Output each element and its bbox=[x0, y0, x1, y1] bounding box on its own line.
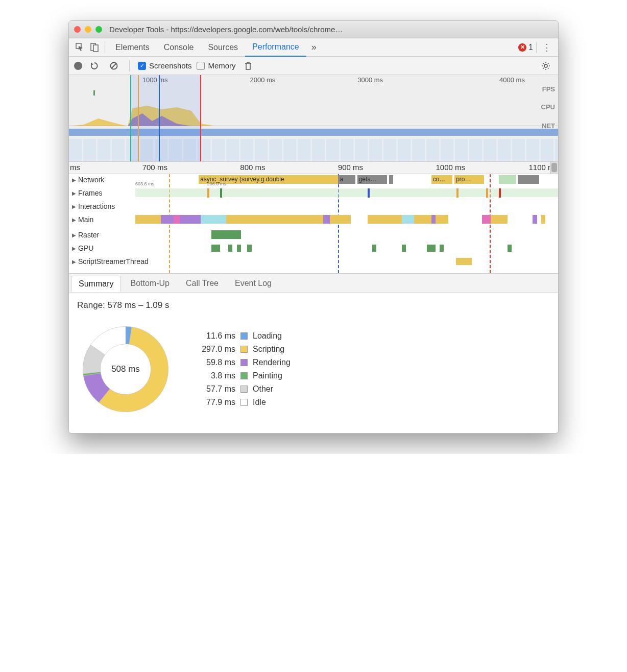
lane-interactions[interactable]: ▶Interactions bbox=[69, 201, 558, 214]
task-bar[interactable] bbox=[372, 245, 376, 252]
task-bar[interactable] bbox=[402, 215, 415, 224]
lane-gpu[interactable]: ▶GPU bbox=[69, 243, 558, 256]
task-bar[interactable] bbox=[427, 245, 436, 252]
flame-chart[interactable]: ▶Network async_survey (survey.g.doubleag… bbox=[69, 174, 558, 274]
network-bar[interactable] bbox=[389, 175, 393, 184]
task-bar[interactable] bbox=[436, 215, 448, 224]
task-bar[interactable] bbox=[201, 215, 226, 224]
svg-line-4 bbox=[111, 63, 116, 68]
titlebar: Developer Tools - https://developers.goo… bbox=[69, 21, 558, 38]
detail-ruler[interactable]: ms 700 ms 800 ms 900 ms 1000 ms 1100 m bbox=[69, 162, 558, 174]
task-bar[interactable] bbox=[161, 215, 174, 224]
panel-tabs: Elements Console Sources Performance » bbox=[108, 38, 322, 57]
tab-event-log[interactable]: Event Log bbox=[228, 276, 279, 291]
task-bar[interactable] bbox=[431, 215, 436, 224]
window-title: Developer Tools - https://developers.goo… bbox=[109, 25, 343, 34]
task-bar[interactable] bbox=[440, 245, 444, 252]
lane-header[interactable]: ▶Frames bbox=[69, 187, 135, 199]
tab-bottom-up[interactable]: Bottom-Up bbox=[123, 276, 176, 291]
overview-selection[interactable] bbox=[130, 75, 201, 161]
tab-console[interactable]: Console bbox=[157, 38, 201, 57]
overview-tick: 2000 ms bbox=[250, 76, 275, 84]
details-tabs: Summary Bottom-Up Call Tree Event Log bbox=[69, 274, 558, 293]
task-bar[interactable] bbox=[508, 245, 512, 252]
lane-header[interactable]: ▶ScriptStreamerThread bbox=[69, 256, 166, 267]
task-bar[interactable] bbox=[180, 215, 201, 224]
task-bar[interactable] bbox=[491, 215, 508, 224]
lane-header[interactable]: ▶Main bbox=[69, 214, 135, 225]
network-bar[interactable]: co… bbox=[431, 175, 452, 184]
task-bar[interactable] bbox=[541, 215, 545, 224]
frame-boundary bbox=[368, 188, 370, 198]
kebab-menu-icon[interactable]: ⋮ bbox=[540, 42, 554, 53]
tabs-overflow-icon[interactable]: » bbox=[306, 42, 322, 53]
lane-main[interactable]: ▶Main bbox=[69, 214, 558, 229]
tab-call-tree[interactable]: Call Tree bbox=[179, 276, 226, 291]
ruler-tick: 900 ms bbox=[338, 163, 363, 172]
task-bar[interactable] bbox=[482, 215, 491, 224]
memory-checkbox[interactable]: Memory bbox=[197, 61, 235, 70]
overview-timeline[interactable]: 1000 ms 2000 ms 3000 ms 4000 ms FPS CPU … bbox=[69, 75, 558, 162]
frame-boundary bbox=[486, 188, 488, 198]
task-bar[interactable] bbox=[174, 215, 180, 224]
lane-header[interactable]: ▶Network bbox=[69, 174, 135, 185]
task-bar[interactable] bbox=[237, 245, 241, 252]
legend-row: 59.8 msRendering bbox=[195, 358, 291, 367]
frame-time: 206.0 ms bbox=[207, 181, 226, 186]
reload-icon[interactable] bbox=[87, 59, 102, 73]
screenshots-checkbox[interactable]: ✓ Screenshots bbox=[138, 61, 191, 70]
legend-ms: 57.7 ms bbox=[195, 385, 235, 394]
summary-pane: Range: 578 ms – 1.09 s 508 ms 11.6 msLoa… bbox=[69, 293, 558, 433]
tab-elements[interactable]: Elements bbox=[108, 38, 157, 57]
record-button[interactable] bbox=[74, 62, 82, 70]
overview-tick: 3000 ms bbox=[357, 76, 383, 84]
network-bar[interactable]: gets… bbox=[357, 175, 387, 184]
network-bar[interactable] bbox=[518, 175, 539, 184]
legend-swatch bbox=[240, 372, 248, 379]
checkbox-unchecked-icon bbox=[197, 62, 205, 70]
tab-sources[interactable]: Sources bbox=[201, 38, 245, 57]
performance-toolbar: ✓ Screenshots Memory bbox=[69, 57, 558, 75]
inspect-icon[interactable] bbox=[73, 40, 87, 55]
task-bar[interactable] bbox=[323, 215, 329, 224]
tab-performance[interactable]: Performance bbox=[245, 38, 306, 57]
lane-frames[interactable]: ▶Frames 603.6 ms 206.0 ms bbox=[69, 187, 558, 201]
horizontal-scrollbar[interactable] bbox=[550, 162, 558, 174]
task-bar[interactable] bbox=[135, 215, 161, 224]
legend-swatch bbox=[240, 346, 248, 353]
svg-rect-2 bbox=[93, 45, 98, 52]
lane-script-streamer[interactable]: ▶ScriptStreamerThread bbox=[69, 256, 558, 269]
legend-label: Painting bbox=[253, 371, 282, 380]
task-bar[interactable] bbox=[226, 215, 323, 224]
divider bbox=[536, 42, 537, 53]
clear-icon[interactable] bbox=[107, 59, 121, 73]
task-bar[interactable] bbox=[402, 245, 406, 252]
task-bar[interactable] bbox=[211, 245, 220, 252]
lane-raster[interactable]: ▶Raster bbox=[69, 229, 558, 243]
device-toggle-icon[interactable] bbox=[87, 40, 102, 55]
error-badge[interactable]: ✕ 1 bbox=[518, 43, 533, 52]
network-bar[interactable] bbox=[499, 175, 516, 184]
maximize-icon[interactable] bbox=[95, 26, 102, 33]
gear-icon[interactable] bbox=[539, 59, 553, 73]
task-bar[interactable] bbox=[414, 215, 431, 224]
legend-row: 77.9 msIdle bbox=[195, 398, 291, 407]
task-bar[interactable] bbox=[368, 215, 401, 224]
task-bar[interactable] bbox=[211, 230, 241, 239]
task-bar[interactable] bbox=[330, 215, 351, 224]
task-bar[interactable] bbox=[247, 245, 251, 252]
legend-swatch bbox=[240, 386, 248, 393]
lane-header[interactable]: ▶Raster bbox=[69, 229, 135, 241]
minimize-icon[interactable] bbox=[85, 26, 91, 33]
lane-header[interactable]: ▶Interactions bbox=[69, 201, 135, 212]
network-bar[interactable]: a bbox=[338, 175, 355, 184]
task-bar[interactable] bbox=[533, 215, 537, 224]
error-count: 1 bbox=[528, 43, 533, 52]
task-bar[interactable] bbox=[228, 245, 232, 252]
trash-icon[interactable] bbox=[241, 59, 255, 73]
lane-header[interactable]: ▶GPU bbox=[69, 243, 135, 254]
tab-summary[interactable]: Summary bbox=[71, 276, 121, 292]
task-bar[interactable] bbox=[456, 258, 472, 265]
close-icon[interactable] bbox=[74, 26, 81, 33]
network-bar[interactable]: pro… bbox=[454, 175, 484, 184]
